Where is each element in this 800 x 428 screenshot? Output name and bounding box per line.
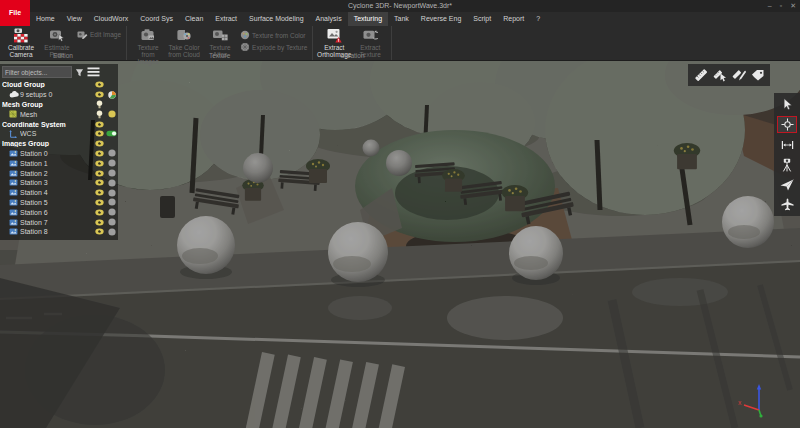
- eye-toggle[interactable]: [93, 189, 105, 196]
- eye-icon: [95, 209, 104, 216]
- distance-tool[interactable]: [777, 136, 797, 153]
- eye-toggle[interactable]: [93, 160, 105, 167]
- image-icon: [9, 179, 20, 186]
- measure-path-tool[interactable]: [731, 67, 746, 83]
- panel-menu-icon[interactable]: [87, 67, 100, 77]
- eye-icon: [95, 160, 104, 167]
- tab-coord-sys[interactable]: Coord Sys: [134, 12, 179, 26]
- tab-script[interactable]: Script: [467, 12, 497, 26]
- eye-toggle[interactable]: [93, 199, 105, 206]
- bulb-toggle[interactable]: [93, 100, 105, 109]
- image-icon: [9, 228, 20, 235]
- eye-toggle[interactable]: [93, 121, 105, 128]
- tab-cloudworx[interactable]: CloudWorx: [88, 12, 135, 26]
- eye-toggle[interactable]: [93, 228, 105, 235]
- eye-toggle[interactable]: [93, 130, 105, 137]
- title-bar: Cyclone 3DR- NewportWave.3dr*: [0, 0, 800, 12]
- image-icon: [9, 199, 20, 206]
- tab-analysis[interactable]: Analysis: [310, 12, 348, 26]
- tag-icon: [751, 69, 765, 81]
- ribbon-group-texture: Texture from ImagesTake Color from Cloud…: [127, 26, 313, 60]
- application-window: X Cyclone 3DR- NewportWave.3dr* – ▫ ✕ Fi…: [0, 0, 800, 428]
- image-icon: [9, 219, 20, 226]
- tree-item-station-2[interactable]: Station 2: [0, 168, 118, 178]
- tree-item-station-7[interactable]: Station 7: [0, 217, 118, 227]
- gray-dot-indicator[interactable]: [105, 189, 118, 197]
- tab-report[interactable]: Report: [497, 12, 530, 26]
- tree-item-label: Station 5: [20, 199, 93, 206]
- bulb-icon: [96, 110, 103, 119]
- color-wheel-indicator[interactable]: [105, 91, 118, 99]
- window-title: Cyclone 3DR- NewportWave.3dr*: [0, 2, 800, 9]
- tree-item-cloud-group[interactable]: Cloud Group: [0, 80, 118, 90]
- explode-texture-icon: [240, 42, 250, 52]
- filter-icon[interactable]: [75, 68, 84, 77]
- tab-home[interactable]: Home: [30, 12, 61, 26]
- tree-item-station-3[interactable]: Station 3: [0, 178, 118, 188]
- filter-objects-input[interactable]: [2, 66, 72, 78]
- fly-tool[interactable]: [777, 176, 797, 193]
- eye-toggle[interactable]: [93, 170, 105, 177]
- gray-dot-indicator[interactable]: [105, 228, 118, 236]
- tab-surface-modeling[interactable]: Surface Modeling: [243, 12, 309, 26]
- gray-dot-icon: [108, 149, 116, 157]
- menu-tabs: FileHomeViewCloudWorxCoord SysCleanExtra…: [0, 12, 800, 26]
- take-color-icon: [176, 28, 192, 43]
- tab-file[interactable]: File: [0, 0, 30, 26]
- tree-item-station-8[interactable]: Station 8: [0, 227, 118, 237]
- gray-dot-indicator[interactable]: [105, 149, 118, 157]
- gray-dot-indicator[interactable]: [105, 179, 118, 187]
- viewport-3d[interactable]: [0, 60, 800, 428]
- tree-item-station-4[interactable]: Station 4: [0, 188, 118, 198]
- measure-point-tool[interactable]: [712, 67, 727, 83]
- gray-dot-icon: [108, 208, 116, 216]
- close-button[interactable]: ✕: [790, 0, 796, 11]
- ribbon-group-label: Creation: [313, 52, 391, 60]
- tag-tool[interactable]: [750, 67, 765, 83]
- gray-dot-indicator[interactable]: [105, 218, 118, 226]
- gray-dot-icon: [108, 228, 116, 236]
- tree-item-station-1[interactable]: Station 1: [0, 158, 118, 168]
- tree-item-images-group[interactable]: Images Group: [0, 139, 118, 149]
- pan-tool[interactable]: [777, 116, 797, 133]
- object-tree: Cloud Group9 setups 0Mesh GroupMeshCoord…: [0, 80, 118, 237]
- eye-toggle[interactable]: [93, 179, 105, 186]
- gray-dot-indicator[interactable]: [105, 159, 118, 167]
- tree-item-station-6[interactable]: Station 6: [0, 207, 118, 217]
- plane-tool[interactable]: [777, 196, 797, 213]
- ruler-tool[interactable]: [693, 67, 708, 83]
- eye-toggle[interactable]: [93, 81, 105, 88]
- tab-view[interactable]: View: [61, 12, 88, 26]
- tree-item-coordinate-system[interactable]: Coordinate System: [0, 119, 118, 129]
- tab-texturing[interactable]: Texturing: [348, 12, 388, 26]
- gray-dot-indicator[interactable]: [105, 208, 118, 216]
- green-toggle-indicator[interactable]: [105, 130, 118, 137]
- cursor-tool[interactable]: [777, 96, 797, 113]
- tab-clean[interactable]: Clean: [179, 12, 209, 26]
- gray-dot-indicator[interactable]: [105, 169, 118, 177]
- tab-tank[interactable]: Tank: [388, 12, 415, 26]
- tree-item-mesh-group[interactable]: Mesh Group: [0, 100, 118, 110]
- eye-toggle[interactable]: [93, 140, 105, 147]
- edit-image-icon: [77, 30, 88, 39]
- tree-item-9-setups-0[interactable]: 9 setups 0: [0, 90, 118, 100]
- eye-toggle[interactable]: [93, 150, 105, 157]
- eye-toggle[interactable]: [93, 219, 105, 226]
- ribbon-group-creation: Extract OrthoImageExtract TextureCreatio…: [313, 26, 392, 60]
- tree-item-wcs[interactable]: WCS: [0, 129, 118, 139]
- tree-item-mesh[interactable]: Mesh: [0, 109, 118, 119]
- tab-reverse-eng[interactable]: Reverse Eng: [415, 12, 467, 26]
- eye-toggle[interactable]: [93, 91, 105, 98]
- tree-item-label: Station 1: [20, 160, 93, 167]
- tab-[interactable]: ?: [530, 12, 546, 26]
- maximize-button[interactable]: ▫: [780, 0, 782, 11]
- minimize-button[interactable]: –: [768, 0, 772, 11]
- gray-dot-indicator[interactable]: [105, 198, 118, 206]
- tab-extract[interactable]: Extract: [209, 12, 243, 26]
- tree-item-station-0[interactable]: Station 0: [0, 149, 118, 159]
- tree-item-station-5[interactable]: Station 5: [0, 198, 118, 208]
- tripod-tool[interactable]: [777, 156, 797, 173]
- eye-toggle[interactable]: [93, 209, 105, 216]
- bulb-toggle[interactable]: [93, 110, 105, 119]
- yellow-dot-indicator[interactable]: [105, 110, 118, 118]
